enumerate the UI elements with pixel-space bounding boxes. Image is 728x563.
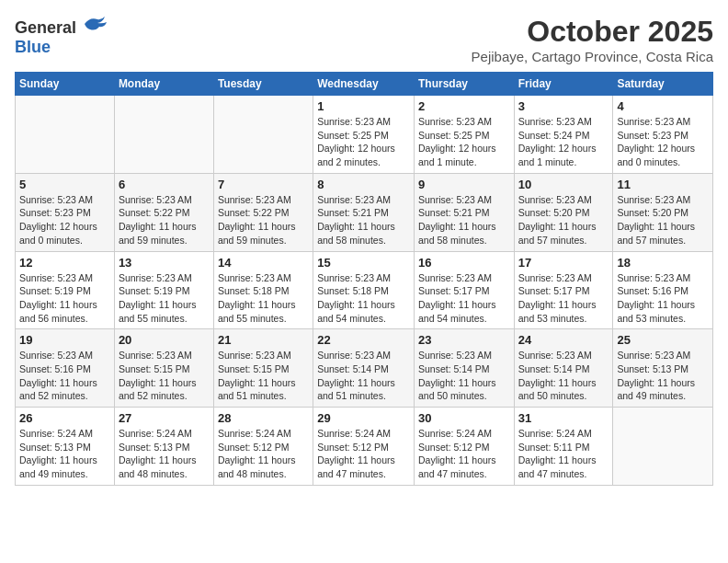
day-number: 31 (518, 411, 609, 425)
day-info: Sunrise: 5:23 AMSunset: 5:21 PMDaylight:… (317, 193, 410, 247)
day-info: Sunrise: 5:23 AMSunset: 5:15 PMDaylight:… (218, 349, 309, 403)
calendar-cell: 7Sunrise: 5:23 AMSunset: 5:22 PMDaylight… (213, 173, 313, 251)
day-number: 26 (19, 411, 110, 425)
logo-general-text: General (15, 18, 76, 37)
weekday-header-row: SundayMondayTuesdayWednesdayThursdayFrid… (16, 73, 713, 96)
day-number: 27 (119, 411, 210, 425)
calendar-cell: 25Sunrise: 5:23 AMSunset: 5:13 PMDayligh… (613, 329, 713, 408)
day-info: Sunrise: 5:23 AMSunset: 5:14 PMDaylight:… (418, 349, 510, 403)
day-number: 11 (617, 178, 709, 191)
calendar-week-row: 5Sunrise: 5:23 AMSunset: 5:23 PMDaylight… (16, 173, 713, 251)
day-number: 1 (317, 99, 410, 113)
calendar-week-row: 1Sunrise: 5:23 AMSunset: 5:25 PMDaylight… (16, 96, 713, 174)
calendar-cell: 13Sunrise: 5:23 AMSunset: 5:19 PMDayligh… (114, 251, 213, 329)
day-number: 3 (518, 99, 609, 113)
day-info: Sunrise: 5:23 AMSunset: 5:16 PMDaylight:… (617, 271, 709, 326)
day-info: Sunrise: 5:24 AMSunset: 5:11 PMDaylight:… (518, 427, 609, 481)
day-number: 29 (317, 411, 410, 425)
day-info: Sunrise: 5:24 AMSunset: 5:13 PMDaylight:… (119, 427, 210, 481)
calendar-cell: 19Sunrise: 5:23 AMSunset: 5:16 PMDayligh… (16, 329, 115, 408)
weekday-header-tuesday: Tuesday (213, 73, 313, 96)
calendar-cell: 4Sunrise: 5:23 AMSunset: 5:23 PMDaylight… (613, 96, 713, 174)
day-info: Sunrise: 5:23 AMSunset: 5:16 PMDaylight:… (19, 349, 110, 403)
day-number: 4 (617, 99, 709, 113)
day-number: 5 (19, 178, 110, 191)
day-number: 20 (119, 333, 210, 347)
day-number: 2 (418, 99, 510, 113)
weekday-header-sunday: Sunday (16, 73, 115, 96)
calendar-cell: 26Sunrise: 5:24 AMSunset: 5:13 PMDayligh… (16, 408, 115, 486)
day-info: Sunrise: 5:23 AMSunset: 5:22 PMDaylight:… (119, 193, 210, 247)
day-info: Sunrise: 5:24 AMSunset: 5:12 PMDaylight:… (418, 427, 510, 481)
day-info: Sunrise: 5:23 AMSunset: 5:24 PMDaylight:… (518, 115, 609, 169)
logo-bird-icon (83, 15, 108, 33)
day-number: 30 (418, 411, 510, 425)
calendar-cell: 24Sunrise: 5:23 AMSunset: 5:14 PMDayligh… (514, 329, 613, 408)
calendar-cell: 16Sunrise: 5:23 AMSunset: 5:17 PMDayligh… (414, 251, 514, 329)
day-info: Sunrise: 5:23 AMSunset: 5:25 PMDaylight:… (317, 115, 410, 169)
page-header: General Blue October 2025 Pejibaye, Cart… (15, 15, 713, 64)
day-number: 9 (418, 178, 510, 191)
weekday-header-wednesday: Wednesday (313, 73, 415, 96)
calendar-cell: 17Sunrise: 5:23 AMSunset: 5:17 PMDayligh… (514, 251, 613, 329)
day-info: Sunrise: 5:23 AMSunset: 5:23 PMDaylight:… (19, 193, 110, 247)
day-number: 28 (218, 411, 309, 425)
day-info: Sunrise: 5:23 AMSunset: 5:13 PMDaylight:… (617, 349, 709, 403)
day-number: 7 (218, 178, 309, 191)
calendar-cell: 29Sunrise: 5:24 AMSunset: 5:12 PMDayligh… (313, 408, 415, 486)
day-number: 6 (119, 178, 210, 191)
calendar-cell: 20Sunrise: 5:23 AMSunset: 5:15 PMDayligh… (114, 329, 213, 408)
calendar-cell: 28Sunrise: 5:24 AMSunset: 5:12 PMDayligh… (213, 408, 313, 486)
calendar-cell: 8Sunrise: 5:23 AMSunset: 5:21 PMDaylight… (313, 173, 415, 251)
title-section: October 2025 Pejibaye, Cartago Province,… (472, 15, 713, 64)
day-number: 25 (617, 333, 709, 347)
day-info: Sunrise: 5:24 AMSunset: 5:13 PMDaylight:… (19, 427, 110, 481)
calendar-cell: 15Sunrise: 5:23 AMSunset: 5:18 PMDayligh… (313, 251, 415, 329)
day-info: Sunrise: 5:23 AMSunset: 5:20 PMDaylight:… (617, 193, 709, 247)
logo: General Blue (15, 15, 108, 57)
day-info: Sunrise: 5:23 AMSunset: 5:22 PMDaylight:… (218, 193, 309, 247)
calendar-cell: 12Sunrise: 5:23 AMSunset: 5:19 PMDayligh… (16, 251, 115, 329)
calendar-cell: 11Sunrise: 5:23 AMSunset: 5:20 PMDayligh… (613, 173, 713, 251)
day-info: Sunrise: 5:23 AMSunset: 5:14 PMDaylight:… (518, 349, 609, 403)
day-number: 13 (119, 256, 210, 270)
day-number: 16 (418, 256, 510, 270)
calendar-cell: 9Sunrise: 5:23 AMSunset: 5:21 PMDaylight… (414, 173, 514, 251)
calendar-week-row: 12Sunrise: 5:23 AMSunset: 5:19 PMDayligh… (16, 251, 713, 329)
day-info: Sunrise: 5:23 AMSunset: 5:17 PMDaylight:… (518, 271, 609, 326)
month-title: October 2025 (472, 15, 713, 49)
day-number: 21 (218, 333, 309, 347)
calendar-cell (16, 96, 115, 174)
day-info: Sunrise: 5:23 AMSunset: 5:18 PMDaylight:… (317, 271, 410, 326)
calendar-cell: 30Sunrise: 5:24 AMSunset: 5:12 PMDayligh… (414, 408, 514, 486)
calendar-cell: 5Sunrise: 5:23 AMSunset: 5:23 PMDaylight… (16, 173, 115, 251)
calendar-cell: 23Sunrise: 5:23 AMSunset: 5:14 PMDayligh… (414, 329, 514, 408)
day-number: 23 (418, 333, 510, 347)
day-info: Sunrise: 5:23 AMSunset: 5:19 PMDaylight:… (19, 271, 110, 326)
day-info: Sunrise: 5:23 AMSunset: 5:23 PMDaylight:… (617, 115, 709, 169)
calendar-table: SundayMondayTuesdayWednesdayThursdayFrid… (15, 72, 713, 486)
calendar-cell: 1Sunrise: 5:23 AMSunset: 5:25 PMDaylight… (313, 96, 415, 174)
weekday-header-saturday: Saturday (613, 73, 713, 96)
calendar-cell: 10Sunrise: 5:23 AMSunset: 5:20 PMDayligh… (514, 173, 613, 251)
day-info: Sunrise: 5:23 AMSunset: 5:14 PMDaylight:… (317, 349, 410, 403)
calendar-cell: 6Sunrise: 5:23 AMSunset: 5:22 PMDaylight… (114, 173, 213, 251)
day-info: Sunrise: 5:24 AMSunset: 5:12 PMDaylight:… (317, 427, 410, 481)
day-number: 19 (19, 333, 110, 347)
calendar-week-row: 26Sunrise: 5:24 AMSunset: 5:13 PMDayligh… (16, 408, 713, 486)
calendar-cell: 31Sunrise: 5:24 AMSunset: 5:11 PMDayligh… (514, 408, 613, 486)
day-number: 15 (317, 256, 410, 270)
day-number: 8 (317, 178, 410, 191)
calendar-cell: 21Sunrise: 5:23 AMSunset: 5:15 PMDayligh… (213, 329, 313, 408)
day-info: Sunrise: 5:23 AMSunset: 5:25 PMDaylight:… (418, 115, 510, 169)
calendar-cell (613, 408, 713, 486)
day-number: 12 (19, 256, 110, 270)
day-number: 24 (518, 333, 609, 347)
day-info: Sunrise: 5:23 AMSunset: 5:19 PMDaylight:… (119, 271, 210, 326)
location-subtitle: Pejibaye, Cartago Province, Costa Rica (472, 49, 713, 64)
logo-blue-text: Blue (15, 38, 51, 57)
calendar-cell: 3Sunrise: 5:23 AMSunset: 5:24 PMDaylight… (514, 96, 613, 174)
calendar-cell: 27Sunrise: 5:24 AMSunset: 5:13 PMDayligh… (114, 408, 213, 486)
weekday-header-friday: Friday (514, 73, 613, 96)
day-info: Sunrise: 5:23 AMSunset: 5:17 PMDaylight:… (418, 271, 510, 326)
